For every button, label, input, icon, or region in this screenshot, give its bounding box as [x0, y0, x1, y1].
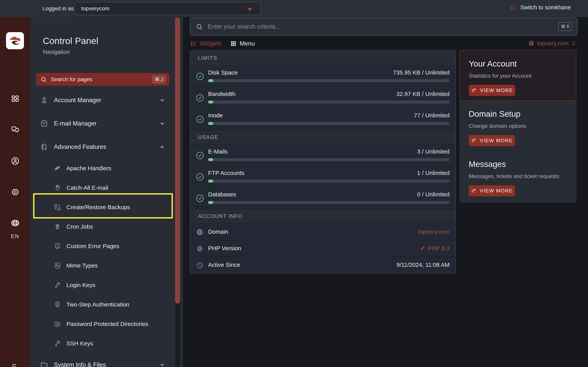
- domain-selector[interactable]: topvery.com: [528, 40, 576, 47]
- account-dropdown[interactable]: topverycom: [75, 2, 261, 15]
- check-circle-icon: [196, 72, 204, 81]
- backup-icon: [53, 203, 62, 211]
- redo-arrow-icon: [471, 88, 477, 93]
- sidebar-subitem-label: Mime Types: [66, 262, 98, 269]
- logout-icon[interactable]: [0, 363, 30, 367]
- language-code[interactable]: EN: [0, 234, 30, 240]
- sidebar-subitem-mime-types[interactable]: Mime Types: [36, 256, 169, 275]
- sidebar: Control Panel Navigation Search for page…: [30, 17, 183, 367]
- redo-arrow-icon: [471, 138, 477, 144]
- sidebar-subitem-login-keys[interactable]: Login Keys: [36, 275, 169, 295]
- main-content: ⌘ K Widgets Menu: [183, 17, 588, 367]
- card-subtitle: Statistics for your Account: [469, 73, 576, 79]
- power-icon: [510, 4, 516, 11]
- card-your-account[interactable]: Your Account Statistics for your Account…: [460, 50, 576, 101]
- language-globe-icon[interactable]: [0, 219, 30, 227]
- folder-lock-icon: [53, 320, 62, 328]
- progress-bar: [208, 180, 450, 183]
- image-icon: [53, 262, 62, 269]
- stats-widget: LIMITS Disk Space 735.95 KB / Unlimited …: [190, 50, 456, 273]
- sidebar-item-label: Advanced Features: [54, 143, 106, 150]
- logged-in-label: Logged in as: [43, 5, 74, 12]
- stat-label: FTP Accounts: [208, 170, 244, 176]
- sidebar-subitem-label: SSH Keys: [66, 340, 93, 347]
- card-messages[interactable]: Messages Messages, tickets and ticket re…: [460, 151, 576, 202]
- sidebar-subtitle: Navigation: [43, 49, 70, 55]
- switch-account-label: Switch to somkhane: [520, 4, 571, 11]
- info-row-domain: Domain topvery.com: [190, 223, 455, 240]
- sidebar-subitem-create-restore-backups[interactable]: Create/Restore Backups: [36, 198, 169, 217]
- sidebar-title: Control Panel: [43, 36, 98, 46]
- stat-value: 3 / Unlimited: [417, 148, 450, 155]
- stat-value: 735.95 KB / Unlimited: [393, 69, 450, 76]
- card-domain-setup[interactable]: Domain Setup Change domain options VIEW …: [460, 101, 576, 151]
- check-circle-icon: [196, 194, 204, 203]
- mail-icon: [40, 119, 50, 128]
- main-search-shortcut: ⌘ K: [558, 22, 572, 31]
- main-search-bar: ⌘ K: [190, 17, 578, 36]
- sidebar-subitem-two-step-authentication[interactable]: Two-Step Authentication: [36, 295, 169, 314]
- info-value-php-version[interactable]: PHP 8.3: [420, 245, 450, 252]
- tab-label: Menu: [240, 40, 255, 47]
- sidebar-subitem-ssh-keys[interactable]: SSH Keys: [36, 334, 169, 353]
- info-row-active-since: Active Since 9/11/2024, 11:08 AM: [190, 257, 455, 273]
- sidebar-item-system-info-files[interactable]: System Info & Files: [36, 353, 169, 367]
- sidebar-subitem-label: Apache Handlers: [66, 165, 111, 172]
- messages-icon[interactable]: [0, 125, 30, 134]
- view-more-button[interactable]: VIEW MORE: [469, 85, 515, 96]
- stat-value: 0 / Unlimited: [417, 191, 450, 198]
- dashboard-grid-icon[interactable]: [0, 94, 30, 103]
- redo-arrow-icon: [471, 188, 477, 194]
- section-header-limits: LIMITS: [190, 50, 455, 65]
- key-icon: [53, 281, 62, 289]
- sidebar-subitem-cron-jobs[interactable]: Cron Jobs: [36, 217, 169, 236]
- robot-icon: [53, 223, 62, 230]
- sidebar-scrollbar-thumb[interactable]: [175, 17, 180, 304]
- user-icon: [40, 96, 50, 105]
- sidebar-subitem-custom-error-pages[interactable]: Custom Error Pages: [36, 236, 169, 256]
- info-value-domain[interactable]: topvery.com: [418, 228, 450, 235]
- dragon-logo-icon: [8, 35, 22, 46]
- section-header-usage: USAGE: [190, 130, 455, 144]
- icon-rail: EN: [0, 17, 30, 367]
- card-title: Your Account: [469, 59, 576, 68]
- hand-icon: [53, 184, 62, 192]
- sidebar-subitem-password-protected-directories[interactable]: Password Protected Directories: [36, 314, 169, 334]
- folder-icon: [40, 361, 50, 367]
- sidebar-item-advanced-features[interactable]: Advanced Features: [36, 135, 169, 158]
- sidebar-subitem-apache-handlers[interactable]: Apache Handlers: [36, 158, 169, 178]
- user-account-icon[interactable]: [0, 157, 30, 165]
- clock-icon: [196, 261, 204, 269]
- check-circle-icon: [196, 94, 204, 102]
- globe-icon: [196, 228, 204, 236]
- chevron-down-icon: [159, 362, 165, 367]
- sidebar-search-button[interactable]: Search for pages ⌘ J: [36, 73, 169, 86]
- brand-logo[interactable]: [6, 32, 24, 49]
- action-cards: Your Account Statistics for your Account…: [460, 50, 576, 202]
- view-more-button[interactable]: VIEW MORE: [469, 135, 515, 146]
- sidebar-subitem-label: Two-Step Authentication: [66, 301, 129, 308]
- sidebar-item-label: System Info & Files: [54, 361, 106, 367]
- card-title: Messages: [469, 159, 576, 169]
- stat-value: 32.97 KB / Unlimited: [396, 91, 450, 97]
- settings-gear-icon[interactable]: [0, 188, 30, 197]
- check-circle-icon: [196, 173, 204, 181]
- sidebar-subitem-catch-all-email[interactable]: Catch-All E-mail: [36, 178, 169, 198]
- tab-widgets[interactable]: Widgets: [190, 40, 221, 47]
- tab-menu[interactable]: Menu: [230, 40, 255, 47]
- chevron-up-icon: [159, 144, 165, 150]
- sidebar-subitem-label: Catch-All E-mail: [66, 184, 108, 191]
- stat-label: E-Mails: [208, 148, 228, 155]
- progress-bar: [208, 122, 450, 125]
- stat-row-bandwidth: Bandwidth 32.97 KB / Unlimited: [190, 87, 455, 108]
- stat-row-databases: Databases 0 / Unlimited: [190, 187, 455, 209]
- sidebar-subitem-label: Login Keys: [66, 282, 95, 288]
- menu-grid-icon: [230, 41, 237, 47]
- sidebar-item-label: E-mail Manager: [54, 120, 97, 127]
- sidebar-item-account-manager[interactable]: Account Manager: [36, 89, 169, 112]
- switch-account-button[interactable]: Switch to somkhane: [510, 4, 571, 11]
- view-more-button[interactable]: VIEW MORE: [469, 185, 515, 196]
- main-search-input[interactable]: [208, 23, 558, 30]
- sidebar-item-email-manager[interactable]: E-mail Manager: [36, 112, 169, 135]
- search-icon: [40, 76, 47, 83]
